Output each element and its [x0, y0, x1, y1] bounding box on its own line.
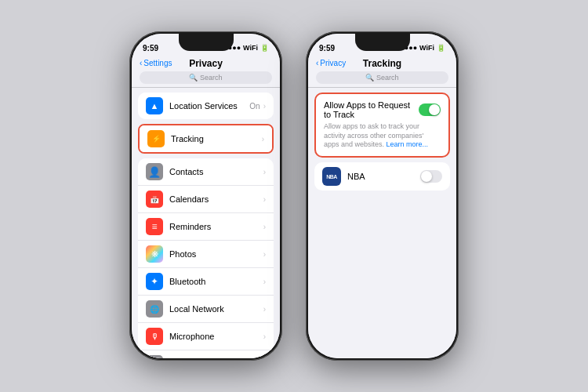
- battery-icon-2: 🔋: [437, 44, 445, 52]
- reminders-label: Reminders: [169, 222, 263, 231]
- toggle-knob: [429, 104, 440, 115]
- settings-list-1: ▲ Location Services On › ⚡ Tracking › 👤: [132, 88, 280, 358]
- location-value: On: [249, 102, 260, 111]
- allow-tracking-section: Allow Apps to Request to Track Allow app…: [314, 93, 450, 158]
- location-chevron: ›: [263, 102, 266, 111]
- row-speech[interactable]: 🎙 Speech Recognition ›: [138, 350, 274, 358]
- tracking-label: Tracking: [171, 134, 262, 143]
- status-icons-2: ●●● WiFi 🔋: [405, 44, 445, 52]
- notch-2: [355, 34, 410, 51]
- allow-toggle[interactable]: [419, 103, 441, 116]
- speech-icon: 🎙: [146, 355, 163, 358]
- group-location: ▲ Location Services On ›: [138, 93, 274, 119]
- learn-more-link[interactable]: Learn more...: [387, 140, 429, 148]
- location-icon: ▲: [146, 97, 163, 114]
- phone-2: 9:59 ●●● WiFi 🔋 ‹ Privacy Tracking 🔍 Sea…: [306, 31, 459, 361]
- status-icons-1: ●●● WiFi 🔋: [228, 44, 269, 52]
- tracking-chevron: ›: [262, 135, 264, 143]
- allow-desc: Allow apps to ask to track your activity…: [324, 122, 441, 150]
- calendars-icon: 📅: [146, 191, 163, 208]
- nba-app-name: NBA: [347, 172, 420, 181]
- contacts-icon: 👤: [146, 163, 163, 180]
- wifi-icon-2: WiFi: [419, 44, 434, 52]
- bluetooth-icon: ✦: [146, 273, 163, 290]
- location-label: Location Services: [169, 101, 249, 111]
- nba-icon-text: NBA: [326, 174, 337, 180]
- reminders-icon: ≡: [146, 218, 163, 235]
- tracking-icon: ⚡: [147, 130, 165, 147]
- nba-toggle-knob: [421, 171, 432, 182]
- time-1: 9:59: [143, 44, 158, 53]
- row-calendars[interactable]: 📅 Calendars ›: [138, 186, 274, 213]
- search-icon-2: 🔍: [365, 74, 376, 82]
- local-network-label: Local Network: [169, 304, 263, 314]
- battery-icon-1: 🔋: [260, 44, 269, 52]
- photos-label: Photos: [169, 249, 263, 259]
- calendars-label: Calendars: [169, 194, 263, 204]
- nba-app-icon: NBA: [322, 167, 341, 186]
- nba-app-row[interactable]: NBA NBA: [314, 162, 450, 191]
- tracking-screen: Allow Apps to Request to Track Allow app…: [308, 88, 456, 358]
- search-bar-1[interactable]: 🔍 Search: [140, 71, 272, 84]
- phone-1: 9:59 ●●● WiFi 🔋 ‹ Settings Privacy 🔍 Sea…: [129, 31, 282, 361]
- row-tracking-highlighted[interactable]: ⚡ Tracking ›: [138, 124, 274, 154]
- back-chevron-2: ‹: [316, 59, 318, 67]
- group-main: 👤 Contacts › 📅 Calendars › ≡ Reminders ›…: [138, 158, 274, 358]
- allow-row: Allow Apps to Request to Track: [324, 100, 441, 119]
- bluetooth-label: Bluetooth: [169, 277, 263, 286]
- back-chevron-1: ‹: [140, 59, 142, 67]
- time-2: 9:59: [319, 44, 335, 53]
- microphone-label: Microphone: [169, 332, 263, 341]
- row-bluetooth[interactable]: ✦ Bluetooth ›: [138, 268, 274, 296]
- nba-toggle[interactable]: [420, 170, 442, 183]
- allow-label: Allow Apps to Request to Track: [324, 100, 419, 119]
- row-location-services[interactable]: ▲ Location Services On ›: [138, 93, 274, 119]
- row-tracking[interactable]: ⚡ Tracking ›: [140, 125, 272, 152]
- search-bar-2[interactable]: 🔍 Search: [316, 71, 448, 84]
- wifi-icon-1: WiFi: [243, 44, 258, 52]
- nav-bar-1: ‹ Settings Privacy 🔍 Search: [132, 57, 280, 88]
- nav-bar-2: ‹ Privacy Tracking 🔍 Search: [308, 57, 456, 88]
- contacts-label: Contacts: [169, 167, 263, 176]
- photos-icon: ❋: [146, 245, 163, 263]
- row-contacts[interactable]: 👤 Contacts ›: [138, 158, 274, 186]
- row-reminders[interactable]: ≡ Reminders ›: [138, 213, 274, 241]
- search-icon-1: 🔍: [189, 74, 200, 82]
- microphone-icon: 🎙: [146, 328, 163, 345]
- notch-1: [179, 34, 234, 51]
- local-network-icon: 🌐: [146, 300, 163, 318]
- row-local-network[interactable]: 🌐 Local Network ›: [138, 296, 274, 323]
- row-microphone[interactable]: 🎙 Microphone ›: [138, 323, 274, 350]
- row-photos[interactable]: ❋ Photos ›: [138, 241, 274, 268]
